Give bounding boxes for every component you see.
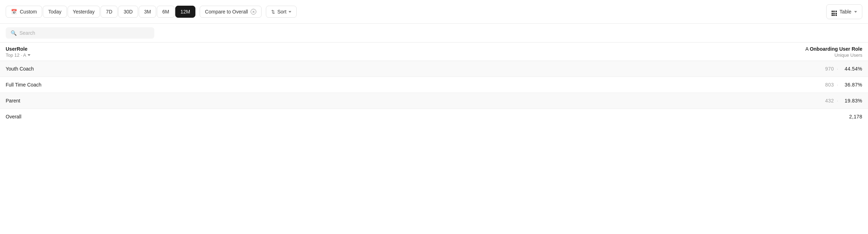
row-count: 970	[820, 66, 834, 72]
row-percent: 19.83%	[841, 98, 862, 104]
table-row: Youth Coach 970 · 44.54%	[0, 61, 868, 77]
top-filter-chevron-icon	[28, 54, 30, 56]
7d-label: 7D	[106, 9, 112, 15]
table-header: UserRole Top 12 · A A Onboarding User Ro…	[0, 43, 868, 61]
30d-label: 30D	[124, 9, 133, 15]
search-input[interactable]	[19, 30, 149, 36]
row-values: 803 · 36.87%	[820, 82, 862, 88]
6m-button[interactable]: 6M	[157, 6, 174, 18]
data-rows: Youth Coach 970 · 44.54% Full Time Coach…	[0, 61, 868, 109]
30d-button[interactable]: 30D	[118, 6, 138, 18]
unique-users-header: Unique Users	[834, 52, 862, 58]
table-label: Table	[840, 9, 851, 15]
search-icon: 🔍	[11, 30, 17, 36]
grid-icon	[832, 7, 837, 16]
row-percent: 44.54%	[841, 66, 862, 72]
date-filter-group: 📅 Custom Today Yesterday 7D 30D 3M 6M 12…	[6, 6, 195, 18]
close-icon[interactable]: ✕	[251, 9, 256, 15]
7d-button[interactable]: 7D	[101, 6, 118, 18]
row-dot: ·	[837, 82, 838, 88]
today-button[interactable]: Today	[43, 6, 67, 18]
sort-arrows-icon: ⇅	[271, 9, 275, 15]
header-right: A Onboarding User Role Unique Users	[805, 46, 862, 58]
row-label: Parent	[6, 98, 62, 104]
custom-button[interactable]: 📅 Custom	[6, 6, 42, 18]
chevron-down-icon	[289, 11, 291, 13]
custom-label: Custom	[20, 9, 37, 15]
6m-label: 6M	[162, 9, 169, 15]
overall-label: Overall	[6, 114, 21, 119]
overall-value: 2,178	[849, 114, 862, 119]
top-filter-label: Top 12 · A	[6, 52, 26, 58]
sort-button[interactable]: ⇅ Sort	[266, 6, 297, 18]
12m-button[interactable]: 12M	[175, 6, 195, 18]
overall-row: Overall 2,178	[0, 109, 868, 124]
table-row: Full Time Coach 803 · 36.87%	[0, 77, 868, 93]
12m-label: 12M	[181, 9, 190, 15]
today-label: Today	[48, 9, 61, 15]
row-count: 432	[820, 98, 834, 104]
table-row: Parent 432 · 19.83%	[0, 93, 868, 109]
row-dot: ·	[837, 66, 838, 72]
3m-button[interactable]: 3M	[139, 6, 156, 18]
row-percent: 36.87%	[841, 82, 862, 88]
row-label: Youth Coach	[6, 66, 62, 72]
header-left: UserRole Top 12 · A	[6, 46, 30, 58]
compare-button[interactable]: Compare to Overall ✕	[200, 6, 262, 18]
table-button[interactable]: Table	[826, 4, 862, 19]
compare-header-label: A Onboarding User Role	[805, 46, 862, 52]
compare-header-prefix: A	[805, 46, 810, 52]
search-wrapper[interactable]: 🔍	[6, 27, 154, 39]
top-filter-selector[interactable]: Top 12 · A	[6, 52, 30, 58]
row-label: Full Time Coach	[6, 82, 62, 88]
search-bar: 🔍	[0, 24, 868, 43]
yesterday-button[interactable]: Yesterday	[68, 6, 100, 18]
3m-label: 3M	[144, 9, 151, 15]
row-values: 432 · 19.83%	[820, 98, 862, 104]
row-values: 970 · 44.54%	[820, 66, 862, 72]
column-header-label: UserRole	[6, 46, 30, 52]
table-chevron-down-icon	[854, 11, 857, 13]
sort-label: Sort	[277, 9, 286, 15]
yesterday-label: Yesterday	[73, 9, 95, 15]
compare-header-name: Onboarding User Role	[810, 46, 862, 52]
calendar-icon: 📅	[11, 9, 17, 15]
row-count: 803	[820, 82, 834, 88]
toolbar: 📅 Custom Today Yesterday 7D 30D 3M 6M 12…	[0, 0, 868, 24]
row-dot: ·	[837, 98, 838, 104]
compare-label: Compare to Overall	[205, 9, 248, 15]
